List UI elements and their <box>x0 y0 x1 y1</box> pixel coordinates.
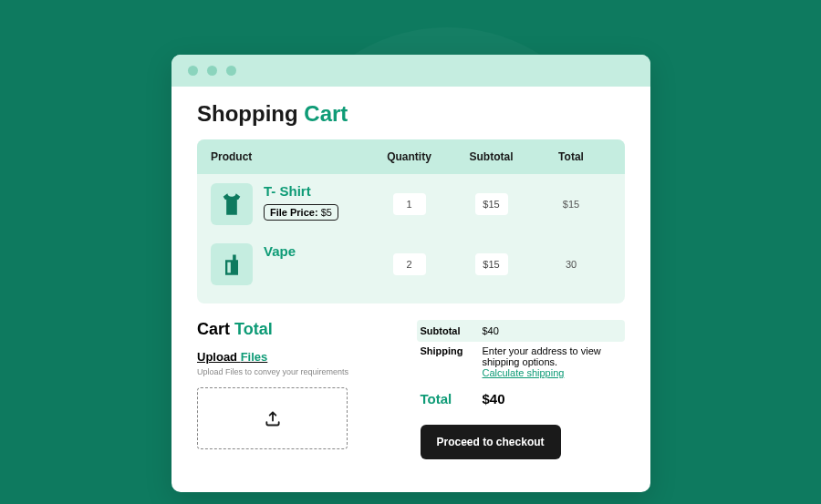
checkout-button[interactable]: Proceed to checkout <box>421 425 561 459</box>
cart-table: Product Quantity Subtotal Total T- Shirt… <box>197 139 625 303</box>
upload-title-accent: Files <box>241 350 268 364</box>
window-dot <box>226 66 236 76</box>
window-dot <box>188 66 198 76</box>
total-label: Total <box>421 391 475 406</box>
row-total-value: $15 <box>535 199 608 210</box>
product-image-tshirt <box>211 183 253 225</box>
svg-rect-0 <box>227 262 231 273</box>
product-image-vape <box>211 243 253 285</box>
tshirt-icon <box>219 191 244 217</box>
shipping-text: Enter your address to view shipping opti… <box>483 345 626 367</box>
col-quantity: Quantity <box>370 150 448 163</box>
subtotal-label: Subtotal <box>417 325 472 336</box>
page-title-accent: Cart <box>304 101 348 126</box>
quantity-value[interactable]: 1 <box>393 193 426 215</box>
cart-total-text: Cart <box>197 320 234 338</box>
upload-description: Upload Files to convey your requirements <box>197 367 402 376</box>
product-name: Vape <box>264 243 296 259</box>
cart-total-accent: Total <box>234 320 273 338</box>
window-dot <box>207 66 217 76</box>
quantity-value[interactable]: 2 <box>393 253 426 275</box>
col-product: Product <box>211 150 370 163</box>
page-title: Shopping Cart <box>197 101 625 127</box>
summary-total: Total $40 <box>421 386 626 414</box>
subtotal-amount: $40 <box>479 325 622 336</box>
upload-title-text: Upload <box>197 350 241 364</box>
browser-window: Shopping Cart Product Quantity Subtotal … <box>171 55 650 492</box>
subtotal-value: $15 <box>475 253 508 275</box>
cart-total-heading: Cart Total <box>197 320 402 339</box>
file-price-label: File Price: <box>270 207 321 218</box>
table-row: Vape 2 $15 30 <box>197 234 625 303</box>
page-title-text: Shopping <box>197 101 304 126</box>
table-row: T- Shirt File Price: $5 1 $15 $15 <box>197 174 625 234</box>
vape-icon <box>219 252 244 277</box>
total-amount: $40 <box>483 391 626 406</box>
window-titlebar <box>171 55 650 87</box>
subtotal-value: $15 <box>475 193 508 215</box>
col-subtotal: Subtotal <box>448 150 535 163</box>
upload-dropzone[interactable] <box>197 387 348 449</box>
file-price-value: $5 <box>321 207 332 218</box>
summary-subtotal: Subtotal $40 <box>417 320 626 342</box>
file-price-badge: File Price: $5 <box>264 204 338 221</box>
row-total-value: 30 <box>535 259 608 270</box>
upload-icon <box>264 409 282 427</box>
shipping-label: Shipping <box>421 345 475 356</box>
cart-table-header: Product Quantity Subtotal Total <box>197 139 625 174</box>
product-name: T- Shirt <box>264 183 338 199</box>
upload-title: Upload Files <box>197 350 402 364</box>
summary-shipping: Shipping Enter your address to view ship… <box>421 342 626 386</box>
col-total: Total <box>535 150 608 163</box>
calculate-shipping-link[interactable]: Calculate shipping <box>483 367 565 378</box>
